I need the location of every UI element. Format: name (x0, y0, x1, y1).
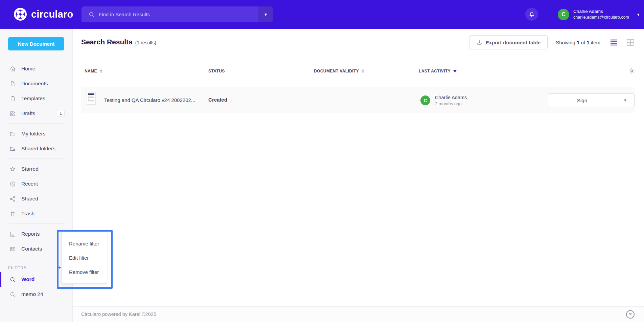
shared-folder-icon (9, 146, 16, 152)
sidebar-item-label: Starred (21, 166, 39, 172)
page-header: Search Results(1 results) Export documen… (81, 35, 636, 49)
page-title: Search Results(1 results) (81, 38, 156, 46)
column-header-last-activity[interactable]: LAST ACTIVITY (419, 69, 457, 73)
share-icon (9, 196, 16, 202)
filter-item-label: memo 24 (21, 291, 43, 297)
sidebar-divider (8, 123, 65, 124)
search-icon (88, 11, 95, 18)
help-button[interactable]: ? (626, 310, 635, 319)
question-mark-icon: ? (629, 312, 632, 317)
bar-chart-icon (9, 231, 16, 237)
showing-of: of (581, 40, 585, 45)
sidebar-item-starred[interactable]: Starred (0, 162, 73, 176)
clock-icon (9, 181, 16, 187)
showing-prefix: Showing (556, 40, 575, 45)
drafts-count-badge: 1 (57, 110, 65, 117)
table-settings-button[interactable] (628, 68, 635, 75)
sidebar-item-label: Contacts (21, 246, 42, 252)
filters-heading-label: FILTERS (8, 266, 27, 270)
sidebar-item-shared[interactable]: Shared (0, 191, 73, 206)
column-header-status[interactable]: STATUS (208, 69, 225, 73)
sidebar-item-shared-folders[interactable]: Shared folders (0, 141, 73, 156)
menu-item-edit-filter[interactable]: Edit filter (62, 253, 107, 263)
home-icon (9, 66, 16, 72)
brand-logo[interactable]: circularo (14, 7, 73, 21)
export-document-table-button[interactable]: Export document table (469, 35, 548, 49)
template-icon (9, 95, 16, 102)
showing-current: 1 (577, 40, 579, 45)
sidebar-item-templates[interactable]: Templates (0, 91, 73, 106)
sidebar-item-label: Drafts (21, 110, 35, 116)
circularo-logo-icon (14, 7, 27, 21)
draft-edit-icon (9, 110, 16, 117)
sidebar-item-trash[interactable]: Trash (0, 206, 73, 221)
sign-split-button[interactable]: Sign ▼ (548, 93, 635, 107)
chevron-down-icon: ▼ (623, 98, 627, 102)
sidebar-item-home[interactable]: Home (0, 61, 73, 76)
sort-icon (362, 69, 364, 73)
bell-icon (528, 11, 535, 18)
download-icon (476, 39, 482, 45)
document-name[interactable]: Testing and QA Circularo v24 2002202... (104, 97, 195, 103)
sign-dropdown-toggle[interactable]: ▼ (616, 94, 634, 107)
footer: Circularo powered by Karel ©2025 ? (73, 306, 644, 322)
sidebar-item-recent[interactable]: Recent (0, 176, 73, 191)
sidebar-divider (8, 259, 65, 259)
menu-item-remove-filter[interactable]: Remove filter (62, 267, 107, 277)
results-count: (1 results) (135, 40, 156, 45)
active-filter-indicator (0, 272, 1, 287)
sort-desc-icon (453, 70, 457, 72)
sidebar-divider (8, 158, 65, 159)
filter-item-label: Word (21, 276, 34, 282)
sidebar-divider (8, 223, 65, 224)
user-menu[interactable]: C Charlie Adams charlie.adams@circularo.… (558, 8, 640, 20)
sidebar-item-label: Templates (21, 95, 45, 102)
menu-item-rename-filter[interactable]: Rename filter (62, 239, 107, 249)
search-input[interactable] (95, 12, 258, 17)
chevron-down-icon: ▼ (264, 12, 268, 17)
list-view-icon (610, 39, 618, 46)
column-label: STATUS (208, 69, 225, 73)
brand-name: circularo (31, 9, 73, 20)
sign-button-label[interactable]: Sign (548, 94, 616, 107)
user-avatar: C (558, 9, 569, 20)
table-header: NAME STATUS DOCUMENT VALIDITY LAST ACTIV… (73, 66, 644, 78)
column-label: NAME (85, 69, 97, 73)
trash-icon (9, 211, 16, 217)
list-view-button[interactable] (608, 38, 619, 47)
export-button-label: Export document table (486, 40, 541, 45)
sidebar-item-label: Home (21, 66, 35, 72)
sidebar-item-documents[interactable]: Documents (0, 76, 73, 91)
document-status: Created (208, 97, 227, 103)
sidebar-item-label: Shared (21, 196, 38, 202)
notifications-button[interactable] (525, 8, 538, 21)
column-label: LAST ACTIVITY (419, 69, 451, 73)
gear-icon (628, 68, 635, 74)
sidebar-item-label: Reports (21, 231, 40, 237)
user-email: charlie.adams@circularo.com (573, 15, 629, 20)
document-thumbnail (87, 92, 96, 105)
document-row[interactable]: Testing and QA Circularo v24 2002202... … (81, 87, 635, 113)
search-scope-dropdown[interactable]: ▼ (258, 6, 273, 22)
user-name: Charlie Adams (573, 8, 629, 15)
sidebar-item-label: Trash (21, 211, 34, 217)
activity-avatar: C (420, 95, 430, 105)
activity-user-name: Charlie Adams (435, 95, 467, 100)
column-header-document-validity[interactable]: DOCUMENT VALIDITY (314, 69, 364, 73)
filter-item-memo-24[interactable]: memo 24 (0, 287, 73, 302)
sidebar-item-label: My folders (21, 131, 46, 137)
filter-context-menu: Rename filter Edit filter Remove filter (62, 232, 107, 284)
new-document-button[interactable]: New Document (8, 37, 64, 50)
column-header-name[interactable]: NAME (85, 69, 102, 73)
sidebar-item-my-folders[interactable]: My folders (0, 126, 73, 141)
footer-text: Circularo powered by Karel ©2025 (81, 312, 156, 317)
search-filter-icon (9, 291, 16, 298)
sort-icon (100, 69, 102, 73)
sidebar-item-label: Documents (21, 81, 48, 87)
grid-view-button[interactable] (625, 38, 636, 47)
chevron-down-icon: ▼ (637, 13, 640, 17)
sidebar-item-drafts[interactable]: Drafts 1 (0, 106, 73, 121)
page-title-text: Search Results (81, 38, 133, 46)
sidebar-item-label: Shared folders (21, 146, 55, 152)
sidebar-item-label: Recent (21, 181, 38, 187)
